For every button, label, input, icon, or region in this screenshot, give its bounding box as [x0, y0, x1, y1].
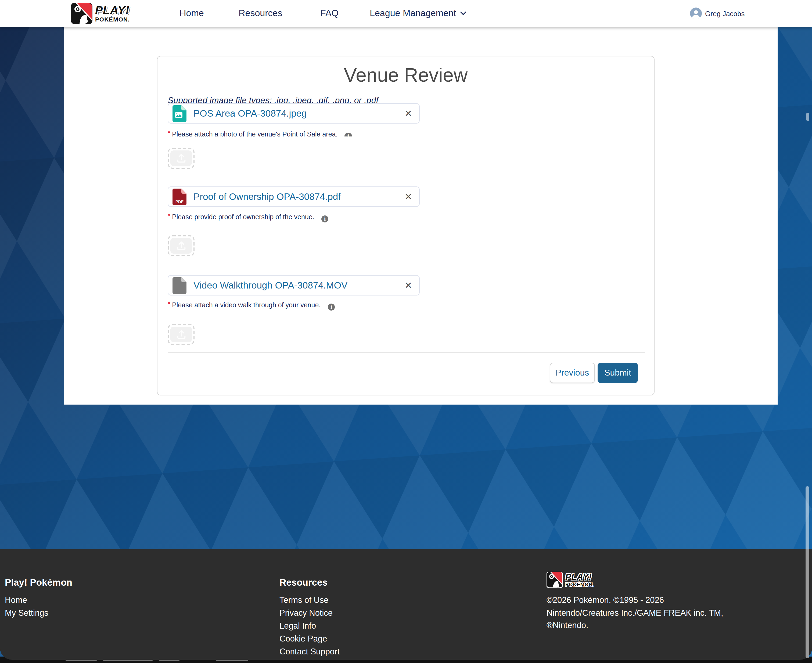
attachment-row-pos-area: POS Area OPA-30874.jpeg ✕ [168, 103, 420, 124]
footer-link-cookie-page[interactable]: Cookie Page [280, 634, 327, 644]
requirement-text: Please attach a video walk through of yo… [172, 301, 320, 309]
footer-link-terms-of-use[interactable]: Terms of Use [280, 595, 328, 605]
footer-link-home[interactable]: Home [5, 595, 27, 605]
footer-link-legal-info[interactable]: Legal Info [280, 621, 316, 631]
top-navbar: PLAY! POKÉMON. Home Resources FAQ League… [0, 0, 812, 27]
attachment-link-pos-area[interactable]: POS Area OPA-30874.jpeg [194, 108, 307, 119]
footer-heading-resources: Resources [280, 577, 328, 588]
brand-play-text: PLAY! [565, 572, 594, 581]
footer-play-pokemon-logo: PLAY! POKÉMON. [547, 572, 594, 588]
requirement-label-proof-of-ownership: *Please provide proof of ownership of th… [168, 213, 328, 222]
info-icon[interactable]: i [345, 133, 352, 136]
content-panel: Venue Review Supported image file types:… [64, 27, 778, 404]
image-file-icon [173, 105, 186, 122]
nav-faq[interactable]: FAQ [320, 0, 338, 27]
copyright-line: ®Nintendo. [547, 619, 723, 632]
user-name: Greg Jacobs [705, 10, 744, 18]
footer-link-privacy-notice[interactable]: Privacy Notice [280, 608, 333, 618]
brand-play-text: PLAY! [95, 4, 130, 16]
generic-file-icon [173, 277, 186, 294]
venue-review-card: Venue Review Supported image file types:… [157, 56, 655, 395]
footer-heading-play-pokemon: Play! Pokémon [5, 577, 72, 588]
remove-attachment-button[interactable]: ✕ [404, 109, 412, 118]
chevron-down-icon [460, 11, 466, 16]
brand-pokemon-text: POKÉMON. [95, 17, 130, 23]
page: PLAY! POKÉMON. Home Resources FAQ League… [0, 0, 812, 663]
play-pokemon-logo[interactable]: PLAY! POKÉMON. [71, 3, 130, 24]
required-marker: * [168, 130, 170, 136]
nav-resources[interactable]: Resources [239, 0, 282, 27]
required-marker: * [168, 212, 170, 220]
requirement-text: Please attach a photo of the venue's Poi… [172, 131, 338, 136]
footer: Play! Pokémon Home My Settings Resources… [0, 549, 812, 660]
file-types-note: Supported image file types: .jpg, .jpeg,… [168, 95, 576, 103]
scrollbar-thumb[interactable] [806, 486, 809, 658]
attachment-row-video-walkthrough: Video Walkthrough OPA-30874.MOV ✕ [168, 275, 420, 296]
copyright-line: ©2026 Pokémon. ©1995 - 2026 [547, 594, 723, 606]
attachment-link-proof-of-ownership[interactable]: Proof of Ownership OPA-30874.pdf [194, 191, 341, 202]
user-avatar-icon [690, 8, 702, 19]
upload-dropzone-proof-of-ownership[interactable] [168, 235, 194, 256]
play-pokemon-logo-icon [547, 572, 563, 588]
nav-league-management-label: League Management [370, 0, 456, 27]
nav-league-management-dropdown[interactable]: League Management [370, 0, 466, 27]
upload-icon [176, 153, 186, 163]
previous-button[interactable]: Previous [550, 363, 595, 383]
remove-attachment-button[interactable]: ✕ [404, 281, 412, 290]
footer-link-contact-support[interactable]: Contact Support [280, 647, 340, 657]
submit-button[interactable]: Submit [598, 363, 638, 383]
attachment-link-video-walkthrough[interactable]: Video Walkthrough OPA-30874.MOV [194, 280, 348, 291]
upload-icon [176, 241, 186, 251]
required-marker: * [168, 300, 170, 308]
page-title: Venue Review [157, 64, 654, 86]
upload-icon [176, 329, 186, 340]
upload-dropzone-video-walkthrough[interactable] [168, 324, 194, 345]
attachment-row-proof-of-ownership: PDF Proof of Ownership OPA-30874.pdf ✕ [168, 186, 420, 207]
nav-home[interactable]: Home [180, 0, 204, 27]
scrollbar-thumb-secondary[interactable] [806, 113, 809, 121]
upload-dropzone-pos-area[interactable] [168, 148, 194, 169]
user-menu[interactable]: Greg Jacobs [690, 0, 744, 27]
remove-attachment-button[interactable]: ✕ [404, 192, 412, 201]
form-divider [168, 353, 645, 353]
requirement-label-pos-area: *Please attach a photo of the venue's Po… [168, 130, 352, 136]
copyright-line: Nintendo/Creatures Inc./GAME FREAK inc. … [547, 606, 723, 619]
copyright-text: ©2026 Pokémon. ©1995 - 2026 Nintendo/Cre… [547, 594, 723, 632]
requirement-text: Please provide proof of ownership of the… [172, 213, 314, 221]
play-pokemon-logo-icon [71, 3, 92, 24]
footer-link-my-settings[interactable]: My Settings [5, 608, 49, 618]
brand-pokemon-text: POKÉMON. [565, 582, 594, 587]
info-icon[interactable]: i [328, 303, 335, 310]
info-icon[interactable]: i [321, 215, 328, 222]
pdf-file-icon: PDF [173, 188, 186, 205]
pdf-badge: PDF [175, 199, 183, 204]
requirement-label-video-walkthrough: *Please attach a video walk through of y… [168, 301, 335, 310]
